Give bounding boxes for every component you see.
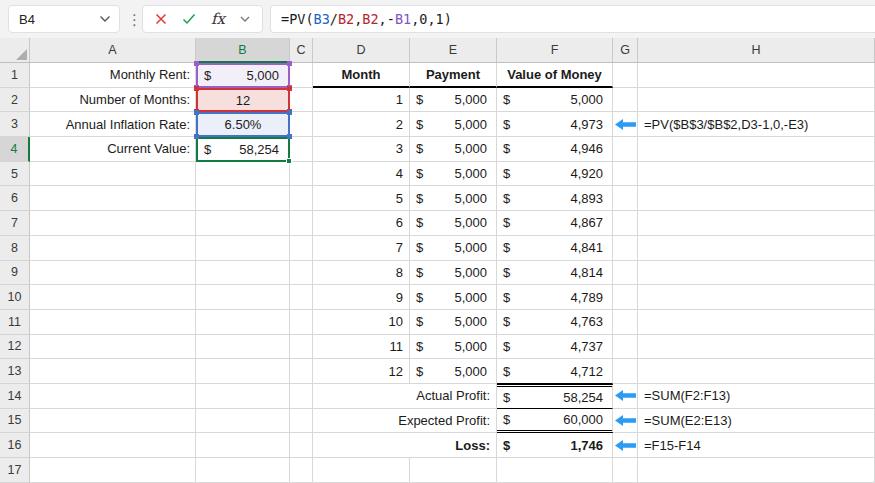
cell-B4[interactable]: $58,254 bbox=[196, 137, 290, 162]
cell-D5[interactable]: 4 bbox=[313, 162, 410, 187]
cell-D7[interactable]: 6 bbox=[313, 211, 410, 236]
cell-G5[interactable] bbox=[613, 162, 638, 187]
cell-G3[interactable] bbox=[613, 112, 638, 137]
cell-D8[interactable]: 7 bbox=[313, 236, 410, 261]
cell-G2[interactable] bbox=[613, 88, 638, 113]
enter-icon[interactable] bbox=[182, 13, 196, 25]
row-header-3[interactable]: 3 bbox=[0, 112, 30, 137]
name-box[interactable]: B4 bbox=[8, 5, 120, 33]
column-header-E[interactable]: E bbox=[410, 38, 497, 63]
cell-H9[interactable] bbox=[638, 261, 875, 286]
row-header-8[interactable]: 8 bbox=[0, 236, 30, 261]
cell-B15[interactable] bbox=[196, 409, 290, 434]
cell-C6[interactable] bbox=[290, 186, 313, 211]
cell-G6[interactable] bbox=[613, 186, 638, 211]
range-corner-handle[interactable] bbox=[287, 134, 292, 139]
cell-C16[interactable] bbox=[290, 433, 313, 458]
row-header-2[interactable]: 2 bbox=[0, 88, 30, 113]
formula-input[interactable]: =PV(B3/B2,B2,-B1,0,1) bbox=[270, 5, 875, 33]
cell-C15[interactable] bbox=[290, 409, 313, 434]
cell-D15-E15[interactable]: Expected Profit: bbox=[313, 409, 497, 434]
cell-F13[interactable]: $4,712 bbox=[497, 359, 613, 384]
row-header-10[interactable]: 10 bbox=[0, 285, 30, 310]
cell-A10[interactable] bbox=[30, 285, 196, 310]
cell-C7[interactable] bbox=[290, 211, 313, 236]
cell-H15[interactable]: =SUM(E2:E13) bbox=[638, 409, 875, 434]
range-corner-handle[interactable] bbox=[287, 110, 292, 115]
column-header-A[interactable]: A bbox=[30, 38, 196, 63]
row-header-7[interactable]: 7 bbox=[0, 211, 30, 236]
cell-H14[interactable]: =SUM(F2:F13) bbox=[638, 384, 875, 409]
cell-A14[interactable] bbox=[30, 384, 196, 409]
cell-E6[interactable]: $5,000 bbox=[410, 186, 497, 211]
cell-B3[interactable]: 6.50% bbox=[196, 112, 290, 137]
cell-A8[interactable] bbox=[30, 236, 196, 261]
range-corner-handle[interactable] bbox=[194, 61, 199, 66]
cell-B6[interactable] bbox=[196, 186, 290, 211]
cell-A5[interactable] bbox=[30, 162, 196, 187]
cell-H2[interactable] bbox=[638, 88, 875, 113]
cell-E13[interactable]: $5,000 bbox=[410, 359, 497, 384]
range-corner-handle[interactable] bbox=[194, 86, 199, 91]
cell-B16[interactable] bbox=[196, 433, 290, 458]
fill-handle[interactable] bbox=[286, 158, 292, 164]
cell-H7[interactable] bbox=[638, 211, 875, 236]
cell-D10[interactable]: 9 bbox=[313, 285, 410, 310]
cell-D13[interactable]: 12 bbox=[313, 359, 410, 384]
cell-G7[interactable] bbox=[613, 211, 638, 236]
cell-F4[interactable]: $4,946 bbox=[497, 137, 613, 162]
cell-E5[interactable]: $5,000 bbox=[410, 162, 497, 187]
row-header-1[interactable]: 1 bbox=[0, 63, 30, 88]
cell-H1[interactable] bbox=[638, 63, 875, 88]
cell-D3[interactable]: 2 bbox=[313, 112, 410, 137]
cell-D12[interactable]: 11 bbox=[313, 335, 410, 360]
cell-B10[interactable] bbox=[196, 285, 290, 310]
cell-A1[interactable]: Monthly Rent: bbox=[30, 63, 196, 88]
cell-H6[interactable] bbox=[638, 186, 875, 211]
cell-G1[interactable] bbox=[613, 63, 638, 88]
cell-B13[interactable] bbox=[196, 359, 290, 384]
cell-G16[interactable] bbox=[613, 433, 638, 458]
cell-A11[interactable] bbox=[30, 310, 196, 335]
cell-A4[interactable]: Current Value: bbox=[30, 137, 196, 162]
range-corner-handle[interactable] bbox=[194, 110, 199, 115]
cell-C1[interactable] bbox=[290, 63, 313, 88]
cell-F10[interactable]: $4,789 bbox=[497, 285, 613, 310]
column-header-C[interactable]: C bbox=[290, 38, 313, 63]
cell-B2[interactable]: 12 bbox=[196, 88, 290, 113]
row-header-9[interactable]: 9 bbox=[0, 261, 30, 286]
row-header-13[interactable]: 13 bbox=[0, 359, 30, 384]
chevron-down-icon[interactable] bbox=[99, 15, 111, 23]
cell-E11[interactable]: $5,000 bbox=[410, 310, 497, 335]
cell-H17[interactable] bbox=[638, 458, 875, 483]
cell-F7[interactable]: $4,867 bbox=[497, 211, 613, 236]
cell-G12[interactable] bbox=[613, 335, 638, 360]
cell-E8[interactable]: $5,000 bbox=[410, 236, 497, 261]
chevron-down-icon[interactable] bbox=[240, 16, 250, 23]
cell-F8[interactable]: $4,841 bbox=[497, 236, 613, 261]
cell-G10[interactable] bbox=[613, 285, 638, 310]
cell-C5[interactable] bbox=[290, 162, 313, 187]
row-header-15[interactable]: 15 bbox=[0, 409, 30, 434]
cell-E10[interactable]: $5,000 bbox=[410, 285, 497, 310]
cell-B1[interactable]: $5,000 bbox=[196, 63, 290, 88]
cell-A3[interactable]: Annual Inflation Rate: bbox=[30, 112, 196, 137]
cell-C2[interactable] bbox=[290, 88, 313, 113]
cell-G17[interactable] bbox=[613, 458, 638, 483]
cell-H11[interactable] bbox=[638, 310, 875, 335]
cell-D14-E14[interactable]: Actual Profit: bbox=[313, 384, 497, 409]
cell-A6[interactable] bbox=[30, 186, 196, 211]
cell-A7[interactable] bbox=[30, 211, 196, 236]
cell-C12[interactable] bbox=[290, 335, 313, 360]
cell-E9[interactable]: $5,000 bbox=[410, 261, 497, 286]
range-corner-handle[interactable] bbox=[287, 61, 292, 66]
cell-H8[interactable] bbox=[638, 236, 875, 261]
row-header-16[interactable]: 16 bbox=[0, 433, 30, 458]
column-header-G[interactable]: G bbox=[613, 38, 638, 63]
row-header-4[interactable]: 4 bbox=[0, 137, 30, 162]
cell-C14[interactable] bbox=[290, 384, 313, 409]
range-corner-handle[interactable] bbox=[194, 134, 199, 139]
insert-function-icon[interactable]: fx bbox=[211, 12, 225, 27]
cell-G13[interactable] bbox=[613, 359, 638, 384]
cell-E1[interactable]: Payment bbox=[410, 63, 497, 88]
